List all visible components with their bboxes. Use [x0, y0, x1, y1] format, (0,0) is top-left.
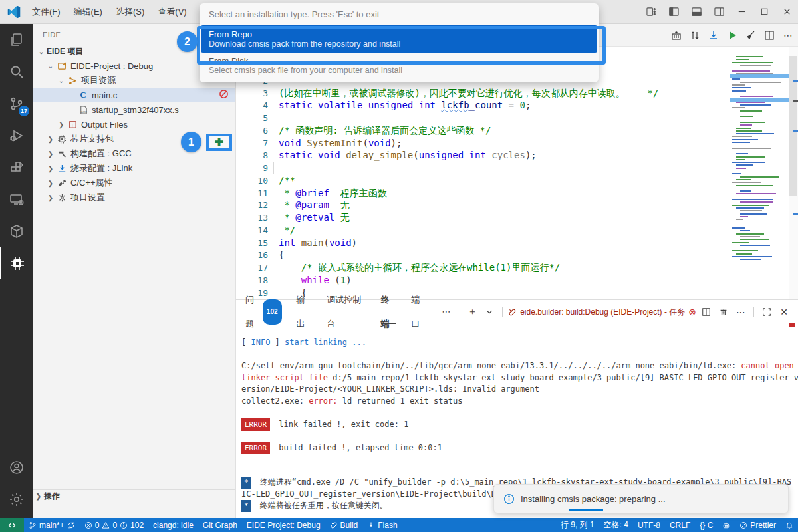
code-line-14[interactable]: 14 */	[236, 224, 798, 237]
code-editor[interactable]: 123(比如在中断里，或被调试器修改)，因此不要对它进行优化，每次都从内存中读取…	[236, 47, 798, 299]
maximize-panel-icon[interactable]	[759, 305, 774, 319]
code-line-19[interactable]: 19 {	[236, 287, 798, 299]
chevron-icon[interactable]: ❯	[45, 136, 56, 143]
code-line-10[interactable]: 10/**	[236, 174, 798, 187]
clean-brush-icon[interactable]	[742, 27, 759, 44]
eide-project-item[interactable]: EIDE Project: Debug	[242, 518, 325, 532]
menu-2[interactable]: 选择(S)	[109, 0, 151, 24]
problems-item[interactable]: 0 0 102	[80, 518, 148, 532]
tab-output[interactable]: 输出	[297, 300, 313, 324]
encoding[interactable]: UTF-8	[633, 518, 665, 532]
extensions-icon[interactable]	[0, 152, 33, 184]
add-chip-pack-button[interactable]: ✚	[215, 137, 223, 148]
tree-item--[interactable]: ❯芯片支持包	[33, 132, 235, 146]
explorer-icon[interactable]	[0, 24, 33, 56]
code-line-13[interactable]: 13 * @retval 无	[236, 211, 798, 224]
window-minimize-button[interactable]	[730, 0, 753, 24]
chevron-icon[interactable]: ❯	[45, 194, 56, 201]
chevron-icon[interactable]: ❯	[56, 121, 66, 128]
window-maximize-button[interactable]	[753, 0, 775, 24]
close-panel-icon[interactable]: ✕	[777, 305, 791, 319]
new-terminal-icon[interactable]: ＋	[465, 305, 479, 319]
clangd-status[interactable]: clangd: idle	[148, 518, 198, 532]
remote-explorer-icon[interactable]	[0, 184, 33, 215]
remote-indicator[interactable]	[0, 518, 24, 532]
task-terminal-item[interactable]: eide.builder: build:Debug (EIDE-Project)…	[508, 307, 696, 318]
code-line-16[interactable]: 16{	[236, 249, 798, 261]
customize-layout-icon[interactable]	[640, 0, 662, 24]
code-line-11[interactable]: 11 * @brief 程序主函数	[236, 187, 798, 200]
run-icon[interactable]	[724, 27, 741, 44]
tree-item-output-files[interactable]: ❯Output Files	[33, 117, 235, 132]
toggle-secondary-sidebar-icon[interactable]	[708, 0, 730, 24]
code-line-17[interactable]: 17 /* 嵌入式系统的主循环，程序会永远在while(1)里面运行*/	[236, 261, 798, 274]
minimap[interactable]	[730, 47, 789, 299]
tree-item--gcc[interactable]: ❯构建配置 : GCC	[33, 146, 235, 161]
code-line-6[interactable]: 6/* 函数声明: 告诉编译器后面会定义这些函数 */	[236, 124, 798, 137]
split-terminal-icon[interactable]	[699, 305, 714, 319]
code-line-18[interactable]: 18 while (1)	[236, 274, 798, 287]
toggle-sidebar-icon[interactable]	[662, 0, 685, 24]
code-line-8[interactable]: 8static void delay_simple(unsigned int c…	[236, 149, 798, 162]
chevron-icon[interactable]: ⌄	[56, 77, 66, 84]
download-icon[interactable]	[705, 27, 722, 44]
container-icon[interactable]	[0, 215, 33, 247]
git-branch-item[interactable]: main*+	[24, 518, 80, 532]
cursor-position[interactable]: 行 9, 列 1	[556, 518, 599, 532]
prettier-item[interactable]: Prettier	[735, 518, 781, 532]
tab-problems[interactable]: 问题102	[245, 300, 282, 324]
extension-robot-icon[interactable]	[718, 518, 735, 532]
code-line-15[interactable]: 15int main(void)	[236, 237, 798, 249]
code-line-9[interactable]: 9	[236, 162, 798, 174]
editor-scrollbar[interactable]	[789, 47, 798, 299]
build-item[interactable]: Build	[325, 518, 363, 532]
tab-terminal[interactable]: 终端	[381, 300, 397, 324]
editor-more-actions-icon[interactable]: ⋯	[779, 27, 797, 44]
run-debug-icon[interactable]	[0, 120, 33, 152]
chevron-icon[interactable]: ❯	[45, 180, 56, 187]
sidebar-actions-section[interactable]: ❯ 操作	[33, 489, 235, 503]
task-error-icon[interactable]: ⊗	[688, 307, 696, 317]
git-graph-item[interactable]: Git Graph	[198, 518, 242, 532]
panel-tabs-more-icon[interactable]: ⋯	[442, 300, 450, 324]
chevron-icon[interactable]: ⌄	[45, 63, 56, 70]
tree-item-c-c-[interactable]: ❯C/C++属性	[33, 176, 235, 190]
menu-0[interactable]: 文件(F)	[25, 0, 67, 24]
menu-3[interactable]: 查看(V)	[151, 0, 193, 24]
chevron-icon[interactable]: ⌄	[36, 48, 47, 55]
split-editor-icon[interactable]	[761, 27, 778, 44]
menu-1[interactable]: 编辑(E)	[67, 0, 109, 24]
eol-sequence[interactable]: CRLF	[665, 518, 695, 532]
terminal-dropdown-icon[interactable]	[482, 305, 497, 319]
flash-item[interactable]: Flash	[362, 518, 402, 532]
code-line-3[interactable]: 3(比如在中断里，或被调试器修改)，因此不要对它进行优化，每次都从内存中读取。 …	[236, 87, 798, 100]
quickpick-item-from-repo[interactable]: From Repo Download cmsis pack from the r…	[201, 25, 597, 53]
notifications-bell-icon[interactable]	[781, 518, 798, 532]
tab-debug-console[interactable]: 调试控制台	[327, 300, 366, 324]
panel-more-icon[interactable]: ⋯	[733, 305, 748, 319]
search-icon[interactable]	[0, 56, 33, 88]
kill-terminal-icon[interactable]	[716, 305, 731, 319]
toggle-panel-icon[interactable]	[685, 0, 708, 24]
tree-item--[interactable]: ❯项目设置	[33, 190, 235, 205]
build-icon[interactable]	[668, 27, 685, 44]
account-icon[interactable]	[0, 452, 33, 483]
tree-item-startup_stm32f407xx-s[interactable]: ASMstartup_stm32f407xx.s	[33, 102, 235, 117]
language-mode[interactable]: {} C	[695, 518, 718, 532]
settings-gear-icon[interactable]	[0, 483, 33, 515]
eide-chip-icon[interactable]	[0, 247, 33, 279]
tab-ports[interactable]: 端口	[411, 300, 427, 324]
code-line-12[interactable]: 12 * @param 无	[236, 199, 798, 211]
notification-toast[interactable]: Installing cmsis package: preparing ...	[493, 484, 789, 513]
quickpick-item-from-disk[interactable]: From Disk Select cmsis pack file from yo…	[200, 53, 598, 78]
quickpick-input[interactable]: Select an installation type. Press 'Esc'…	[200, 3, 598, 25]
window-close-button[interactable]	[775, 0, 798, 24]
indentation[interactable]: 空格: 4	[599, 518, 633, 532]
chevron-icon[interactable]: ❯	[45, 165, 56, 172]
source-control-icon[interactable]: 17	[0, 88, 33, 120]
chevron-icon[interactable]: ❯	[45, 150, 56, 158]
code-line-7[interactable]: 7void SystemInit(void);	[236, 137, 798, 150]
tree-item-main-c[interactable]: Cmain.c	[33, 88, 235, 102]
code-line-5[interactable]: 5	[236, 112, 798, 124]
compare-swap-icon[interactable]	[686, 27, 704, 44]
